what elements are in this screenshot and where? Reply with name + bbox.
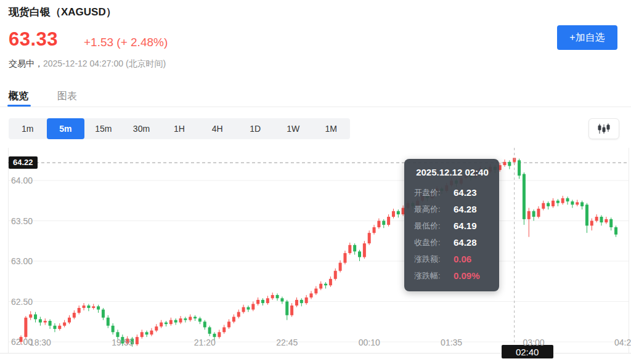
y-axis-label: 64.00 <box>11 175 33 186</box>
interval-chip-1d[interactable]: 1D <box>236 118 274 139</box>
interval-chip-1m[interactable]: 1m <box>9 118 47 139</box>
interval-selector: 1m5m15m30m1H4H1D1W1M <box>9 118 350 139</box>
current-price-badge: 64.22 <box>9 156 38 169</box>
tooltip-row-label: 涨跌额: <box>414 254 454 265</box>
interval-chip-4h[interactable]: 4H <box>198 118 237 139</box>
tooltip-row-label: 收盘价: <box>414 237 454 248</box>
x-axis-label: 22:45 <box>276 338 298 347</box>
tooltip-row-value: 64.28 <box>454 204 477 214</box>
x-axis-label: 19:55 <box>112 338 133 347</box>
trading-status-label: 交易中， <box>9 59 43 68</box>
tooltip-row-value: 64.23 <box>454 187 477 198</box>
tooltip-row-label: 最高价: <box>414 204 454 215</box>
x-axis-label: 00:10 <box>359 338 380 347</box>
tooltip-row: 收盘价:64.28 <box>414 234 491 251</box>
tooltip-row: 开盘价:64.23 <box>414 184 491 201</box>
candlestick-chart-icon <box>597 123 611 134</box>
chart-canvas[interactable] <box>0 148 631 364</box>
x-axis-label: 01:35 <box>441 338 462 347</box>
x-axis-label: 18:30 <box>30 338 51 347</box>
x-axis-label: 04:25 <box>614 338 631 347</box>
symbol-title: 现货白银（XAGUSD） <box>9 5 116 19</box>
chart-style-button[interactable] <box>588 118 619 139</box>
tooltip-datetime: 2025.12.12 02:40 <box>414 167 491 177</box>
ohlc-tooltip: 2025.12.12 02:40 开盘价:64.23最高价:64.28最低价:6… <box>404 159 499 291</box>
interval-chip-30m[interactable]: 30m <box>123 118 161 139</box>
tooltip-row: 涨跌额:0.06 <box>414 251 491 267</box>
interval-chip-1h[interactable]: 1H <box>160 118 198 139</box>
tooltip-row-label: 涨跌幅: <box>414 270 454 281</box>
x-axis-label: 21:20 <box>194 338 216 347</box>
tooltip-row-label: 最低价: <box>414 220 454 232</box>
tooltip-row-label: 开盘价: <box>414 187 454 198</box>
y-axis-label: 62.50 <box>11 296 33 307</box>
x-axis-label: 03:00 <box>523 338 545 347</box>
interval-chip-1w[interactable]: 1W <box>274 118 312 139</box>
candlestick-chart[interactable]: 64.22 02:40 2025.12.12 02:40 开盘价:64.23最高… <box>0 148 631 364</box>
last-price: 63.33 <box>9 28 58 51</box>
tooltip-row: 最低价:64.19 <box>414 217 491 234</box>
interval-chip-5m[interactable]: 5m <box>47 118 85 139</box>
tab-overview[interactable]: 概览 <box>9 90 28 103</box>
price-change: +1.53 (+ 2.48%) <box>84 36 168 49</box>
tooltip-row-value: 0.06 <box>454 254 471 264</box>
tab-chart[interactable]: 图表 <box>57 90 77 103</box>
trading-status: 交易中，2025-12-12 04:27:00 (北京时间) <box>9 59 166 70</box>
y-axis-label: 63.50 <box>11 216 33 227</box>
tooltip-row-value: 64.19 <box>454 220 477 231</box>
tooltip-row-value: 0.09% <box>454 270 480 281</box>
tooltip-row: 最高价:64.28 <box>414 201 491 217</box>
tabs-divider <box>0 107 631 107</box>
interval-chip-1m[interactable]: 1M <box>312 118 351 139</box>
interval-chip-15m[interactable]: 15m <box>84 118 123 139</box>
tooltip-row: 涨跌幅:0.09% <box>414 267 491 284</box>
add-watchlist-button[interactable]: +加自选 <box>557 25 617 50</box>
quote-timestamp: 2025-12-12 04:27:00 (北京时间) <box>43 59 166 68</box>
y-axis-label: 63.00 <box>11 256 33 267</box>
tooltip-row-value: 64.28 <box>454 237 477 248</box>
